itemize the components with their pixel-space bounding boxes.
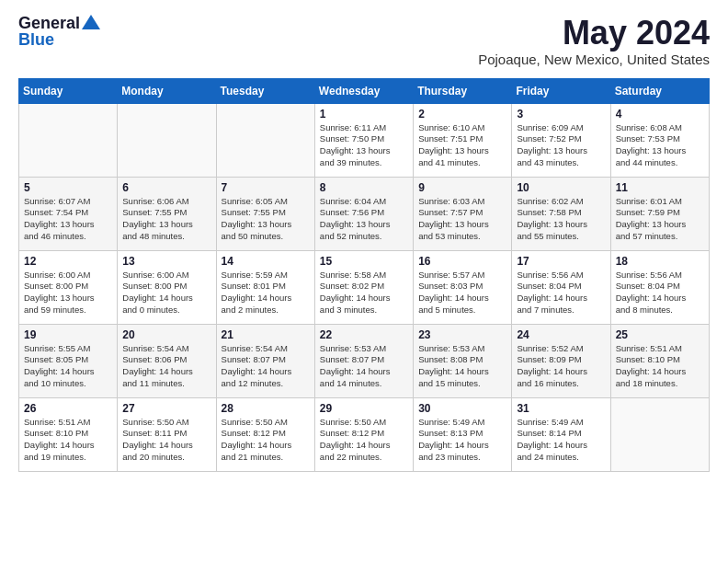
calendar-cell: 31Sunrise: 5:49 AM Sunset: 8:14 PM Dayli… — [512, 397, 610, 471]
day-number: 30 — [418, 402, 506, 415]
day-number: 6 — [122, 181, 210, 194]
calendar-cell — [118, 103, 216, 177]
logo-triangle-icon — [82, 13, 100, 31]
day-number: 20 — [122, 328, 210, 341]
day-number: 10 — [517, 181, 605, 194]
calendar-cell: 8Sunrise: 6:04 AM Sunset: 7:56 PM Daylig… — [314, 177, 413, 250]
calendar-cell: 10Sunrise: 6:02 AM Sunset: 7:58 PM Dayli… — [512, 177, 610, 250]
day-number: 17 — [517, 255, 605, 268]
day-info: Sunrise: 5:50 AM Sunset: 8:12 PM Dayligh… — [320, 417, 408, 464]
day-info: Sunrise: 5:51 AM Sunset: 8:10 PM Dayligh… — [24, 417, 112, 464]
calendar-cell: 17Sunrise: 5:56 AM Sunset: 8:04 PM Dayli… — [512, 250, 610, 324]
calendar-header-row: SundayMondayTuesdayWednesdayThursdayFrid… — [19, 78, 710, 103]
day-number: 25 — [616, 328, 704, 341]
day-number: 24 — [517, 328, 605, 341]
day-info: Sunrise: 6:03 AM Sunset: 7:57 PM Dayligh… — [418, 196, 506, 243]
calendar-cell: 1Sunrise: 6:11 AM Sunset: 7:50 PM Daylig… — [314, 103, 413, 177]
day-info: Sunrise: 6:04 AM Sunset: 7:56 PM Dayligh… — [320, 196, 408, 243]
calendar-cell: 6Sunrise: 6:06 AM Sunset: 7:55 PM Daylig… — [118, 177, 216, 250]
calendar-cell: 13Sunrise: 6:00 AM Sunset: 8:00 PM Dayli… — [118, 250, 216, 324]
day-number: 5 — [24, 181, 112, 194]
calendar-cell: 20Sunrise: 5:54 AM Sunset: 8:06 PM Dayli… — [118, 324, 216, 397]
calendar-cell: 22Sunrise: 5:53 AM Sunset: 8:07 PM Dayli… — [314, 324, 413, 397]
day-info: Sunrise: 6:02 AM Sunset: 7:58 PM Dayligh… — [517, 196, 605, 243]
day-number: 27 — [122, 402, 210, 415]
day-number: 15 — [320, 255, 408, 268]
calendar-cell: 25Sunrise: 5:51 AM Sunset: 8:10 PM Dayli… — [610, 324, 709, 397]
calendar-cell: 12Sunrise: 6:00 AM Sunset: 8:00 PM Dayli… — [19, 250, 118, 324]
calendar-week-row: 1Sunrise: 6:11 AM Sunset: 7:50 PM Daylig… — [19, 103, 710, 177]
calendar-cell: 18Sunrise: 5:56 AM Sunset: 8:04 PM Dayli… — [610, 250, 709, 324]
day-number: 11 — [616, 181, 704, 194]
calendar-cell: 26Sunrise: 5:51 AM Sunset: 8:10 PM Dayli… — [19, 397, 118, 471]
day-number: 2 — [418, 108, 506, 121]
calendar-cell: 21Sunrise: 5:54 AM Sunset: 8:07 PM Dayli… — [216, 324, 314, 397]
calendar-week-row: 19Sunrise: 5:55 AM Sunset: 8:05 PM Dayli… — [19, 324, 710, 397]
day-info: Sunrise: 5:53 AM Sunset: 8:08 PM Dayligh… — [418, 343, 506, 390]
day-info: Sunrise: 5:54 AM Sunset: 8:06 PM Dayligh… — [122, 343, 210, 390]
day-info: Sunrise: 5:49 AM Sunset: 8:14 PM Dayligh… — [517, 417, 605, 464]
day-info: Sunrise: 6:11 AM Sunset: 7:50 PM Dayligh… — [320, 122, 408, 169]
calendar-cell: 19Sunrise: 5:55 AM Sunset: 8:05 PM Dayli… — [19, 324, 118, 397]
day-number: 31 — [517, 402, 605, 415]
day-number: 29 — [320, 402, 408, 415]
day-info: Sunrise: 5:51 AM Sunset: 8:10 PM Dayligh… — [616, 343, 704, 390]
day-number: 16 — [418, 255, 506, 268]
logo: General Blue — [18, 15, 100, 48]
day-info: Sunrise: 6:00 AM Sunset: 8:00 PM Dayligh… — [122, 270, 210, 316]
day-number: 22 — [320, 328, 408, 341]
calendar-cell: 9Sunrise: 6:03 AM Sunset: 7:57 PM Daylig… — [414, 177, 512, 250]
day-info: Sunrise: 6:00 AM Sunset: 8:00 PM Dayligh… — [24, 270, 112, 316]
day-number: 18 — [616, 255, 704, 268]
day-info: Sunrise: 5:59 AM Sunset: 8:01 PM Dayligh… — [222, 270, 310, 316]
day-info: Sunrise: 5:58 AM Sunset: 8:02 PM Dayligh… — [320, 270, 408, 316]
day-info: Sunrise: 5:52 AM Sunset: 8:09 PM Dayligh… — [517, 343, 605, 390]
day-info: Sunrise: 6:01 AM Sunset: 7:59 PM Dayligh… — [616, 196, 704, 243]
day-header-sunday: Sunday — [19, 78, 118, 103]
calendar-cell: 30Sunrise: 5:49 AM Sunset: 8:13 PM Dayli… — [414, 397, 512, 471]
day-number: 14 — [222, 255, 310, 268]
day-number: 13 — [122, 255, 210, 268]
day-header-saturday: Saturday — [610, 78, 709, 103]
calendar-cell: 23Sunrise: 5:53 AM Sunset: 8:08 PM Dayli… — [414, 324, 512, 397]
day-number: 7 — [222, 181, 310, 194]
calendar-cell: 14Sunrise: 5:59 AM Sunset: 8:01 PM Dayli… — [216, 250, 314, 324]
calendar-cell — [19, 103, 118, 177]
day-header-friday: Friday — [512, 78, 610, 103]
day-info: Sunrise: 5:54 AM Sunset: 8:07 PM Dayligh… — [222, 343, 310, 390]
day-number: 28 — [222, 402, 310, 415]
calendar-cell: 24Sunrise: 5:52 AM Sunset: 8:09 PM Dayli… — [512, 324, 610, 397]
calendar-cell: 2Sunrise: 6:10 AM Sunset: 7:51 PM Daylig… — [414, 103, 512, 177]
calendar-table: SundayMondayTuesdayWednesdayThursdayFrid… — [18, 78, 710, 472]
day-number: 26 — [24, 402, 112, 415]
day-info: Sunrise: 5:50 AM Sunset: 8:12 PM Dayligh… — [222, 417, 310, 464]
calendar-cell: 11Sunrise: 6:01 AM Sunset: 7:59 PM Dayli… — [610, 177, 709, 250]
calendar-cell — [610, 397, 709, 471]
day-info: Sunrise: 6:07 AM Sunset: 7:54 PM Dayligh… — [24, 196, 112, 243]
day-number: 12 — [24, 255, 112, 268]
day-info: Sunrise: 5:56 AM Sunset: 8:04 PM Dayligh… — [616, 270, 704, 316]
day-info: Sunrise: 5:53 AM Sunset: 8:07 PM Dayligh… — [320, 343, 408, 390]
day-info: Sunrise: 6:08 AM Sunset: 7:53 PM Dayligh… — [616, 122, 704, 169]
day-number: 4 — [616, 108, 704, 121]
calendar-cell: 29Sunrise: 5:50 AM Sunset: 8:12 PM Dayli… — [314, 397, 413, 471]
day-info: Sunrise: 5:56 AM Sunset: 8:04 PM Dayligh… — [517, 270, 605, 316]
calendar-week-row: 26Sunrise: 5:51 AM Sunset: 8:10 PM Dayli… — [19, 397, 710, 471]
day-number: 21 — [222, 328, 310, 341]
day-number: 8 — [320, 181, 408, 194]
logo-blue-text: Blue — [18, 30, 54, 49]
day-info: Sunrise: 6:06 AM Sunset: 7:55 PM Dayligh… — [122, 196, 210, 243]
day-header-tuesday: Tuesday — [216, 78, 314, 103]
day-header-thursday: Thursday — [414, 78, 512, 103]
day-header-monday: Monday — [118, 78, 216, 103]
svg-marker-0 — [82, 15, 100, 29]
day-info: Sunrise: 6:05 AM Sunset: 7:55 PM Dayligh… — [222, 196, 310, 243]
day-info: Sunrise: 5:57 AM Sunset: 8:03 PM Dayligh… — [418, 270, 506, 316]
calendar-cell: 4Sunrise: 6:08 AM Sunset: 7:53 PM Daylig… — [610, 103, 709, 177]
day-number: 1 — [320, 108, 408, 121]
month-title: May 2024 — [478, 15, 710, 52]
title-block: May 2024 Pojoaque, New Mexico, United St… — [478, 15, 710, 67]
calendar-cell: 7Sunrise: 6:05 AM Sunset: 7:55 PM Daylig… — [216, 177, 314, 250]
calendar-week-row: 5Sunrise: 6:07 AM Sunset: 7:54 PM Daylig… — [19, 177, 710, 250]
day-number: 19 — [24, 328, 112, 341]
